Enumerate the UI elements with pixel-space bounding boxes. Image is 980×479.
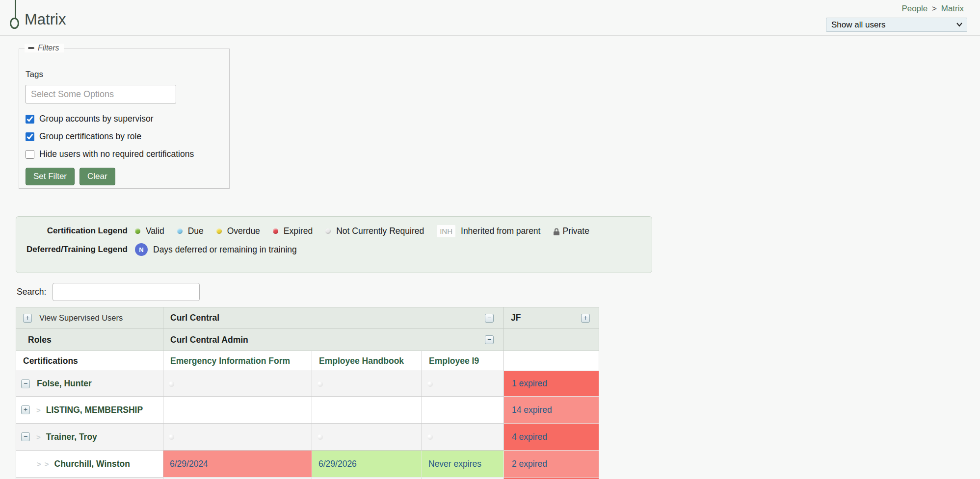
breadcrumb-separator: >: [932, 4, 937, 13]
checkbox-group-by-supervisor[interactable]: Group accounts by supervisor: [26, 114, 229, 124]
breadcrumb-people-link[interactable]: People: [901, 4, 927, 13]
legend-item-label: Valid: [146, 226, 164, 236]
collapse-dash-icon: [28, 47, 34, 49]
table-header-row-certifications: Certifications Emergency Information For…: [16, 351, 599, 371]
checkbox-group-by-role[interactable]: Group certifications by role: [26, 131, 229, 142]
decorative-circle-icon: [10, 18, 19, 29]
checkbox-hide-no-required[interactable]: Hide users with no required certificatio…: [26, 149, 229, 159]
view-supervised-users-label: View Supervised Users: [39, 313, 123, 323]
checkbox-label: Group certifications by role: [39, 131, 141, 142]
not-required-dot-icon: [318, 434, 323, 440]
deferred-legend-label: Deferred/Training Legend: [16, 245, 135, 254]
legend-panel: Certification Legend Valid Due Overdue E…: [16, 216, 652, 273]
not-required-dot-icon: [318, 381, 323, 387]
summary-expired-cell[interactable]: 2 expired: [504, 459, 599, 469]
group-by-role-checkbox[interactable]: [26, 132, 34, 141]
cert-date-cell[interactable]: 6/29/2026: [312, 459, 422, 469]
legend-item-expired: Expired: [273, 226, 313, 236]
search-label: Search:: [17, 287, 46, 297]
user-name-link[interactable]: Trainer, Troy: [46, 432, 97, 442]
user-name-link[interactable]: Churchill, Winston: [54, 459, 130, 469]
table-row-trainer-troy: − > Trainer, Troy 4 expired: [16, 424, 599, 451]
table-header-row-roles: Roles Curl Central Admin −: [16, 329, 599, 351]
not-required-dot-icon: [169, 434, 174, 440]
overdue-dot-icon: [216, 228, 222, 234]
checkbox-label: Hide users with no required certificatio…: [39, 149, 194, 159]
collapse-organization-icon[interactable]: −: [485, 314, 494, 323]
cert-column-employee-i9[interactable]: Employee I9: [422, 356, 503, 366]
legend-item-due: Due: [177, 226, 204, 236]
cert-column-employee-handbook[interactable]: Employee Handbook: [312, 356, 422, 366]
table-header-row-org: + View Supervised Users Curl Central − J…: [16, 307, 599, 329]
tags-label: Tags: [26, 70, 229, 79]
valid-dot-icon: [135, 228, 140, 234]
certification-matrix-table: + View Supervised Users Curl Central − J…: [16, 307, 599, 479]
certifications-label: Certifications: [23, 356, 78, 366]
search-row: Search:: [17, 283, 980, 301]
legend-item-deferred: N Days deferred or remaining in training: [135, 243, 297, 256]
collapse-row-icon[interactable]: −: [21, 432, 30, 441]
user-scope-select[interactable]: Show all users: [826, 18, 967, 32]
user-scope-select-wrap: Show all users: [826, 18, 967, 32]
legend-item-inherited: INH Inherited from parent: [437, 225, 540, 237]
legend-item-label: Private: [562, 226, 589, 236]
not-required-dot-icon: [427, 381, 433, 387]
tree-chevron-icon: >: [36, 433, 41, 441]
due-dot-icon: [177, 228, 183, 234]
expand-row-icon[interactable]: +: [21, 405, 30, 414]
legend-item-valid: Valid: [135, 226, 164, 236]
tree-chevron-icon: >: [45, 460, 49, 468]
tree-chevron-icon: >: [36, 406, 41, 414]
lock-icon: [553, 228, 560, 236]
legend-item-overdue: Overdue: [216, 226, 260, 236]
legend-item-label: Not Currently Required: [336, 226, 424, 236]
set-filter-button[interactable]: Set Filter: [26, 168, 75, 185]
expand-group-icon[interactable]: +: [581, 314, 590, 323]
decorative-line: [15, 0, 16, 19]
filters-panel: Filters Tags Group accounts by superviso…: [19, 49, 230, 189]
not-required-dot-icon: [325, 228, 331, 234]
group-by-supervisor-checkbox[interactable]: [26, 115, 34, 124]
table-row-churchill-winston: > > Churchill, Winston 6/29/2024 6/29/20…: [16, 451, 599, 478]
search-input[interactable]: [53, 283, 200, 301]
tags-input[interactable]: [26, 85, 176, 103]
user-name-link[interactable]: LISTING, MEMBERSHIP: [46, 405, 143, 415]
legend-item-label: Inherited from parent: [461, 226, 540, 236]
legend-item-label: Due: [188, 226, 204, 236]
legend-item-not-required: Not Currently Required: [325, 226, 424, 236]
hide-no-required-checkbox[interactable]: [26, 150, 34, 159]
user-name-link[interactable]: Folse, Hunter: [37, 378, 92, 389]
summary-expired-cell[interactable]: 1 expired: [504, 378, 599, 389]
table-row-folse-hunter: − Folse, Hunter 1 expired: [16, 371, 599, 397]
cert-date-cell[interactable]: 6/29/2024: [163, 459, 312, 469]
breadcrumb-matrix[interactable]: Matrix: [941, 4, 964, 13]
organization-header: Curl Central: [170, 313, 219, 323]
collapse-row-icon[interactable]: −: [21, 379, 30, 388]
not-required-dot-icon: [427, 434, 433, 440]
group-header: JF: [511, 313, 521, 323]
table-row-listing-membership: + > LISTING, MEMBERSHIP 14 expired: [16, 397, 599, 424]
collapse-role-icon[interactable]: −: [485, 335, 494, 344]
role-name-header: Curl Central Admin: [170, 335, 248, 345]
tree-chevron-icon: >: [37, 460, 41, 468]
table-row-partial: [16, 478, 599, 479]
roles-label: Roles: [28, 335, 52, 345]
filters-legend[interactable]: Filters: [25, 44, 64, 52]
legend-item-label: Expired: [284, 226, 313, 236]
inh-badge: INH: [437, 225, 455, 237]
not-required-dot-icon: [169, 381, 174, 387]
page-header: Matrix People > Matrix Show all users: [0, 0, 980, 36]
cert-date-cell[interactable]: Never expires: [422, 459, 503, 469]
expand-supervised-icon[interactable]: +: [23, 314, 32, 323]
n-badge-icon: N: [135, 243, 148, 256]
checkbox-label: Group accounts by supervisor: [39, 114, 153, 124]
filters-legend-label: Filters: [38, 44, 59, 52]
certification-legend-label: Certification Legend: [16, 226, 135, 236]
summary-expired-cell[interactable]: 4 expired: [504, 432, 599, 442]
summary-expired-cell[interactable]: 14 expired: [504, 405, 599, 415]
expired-dot-icon: [273, 228, 278, 234]
legend-item-label: Days deferred or remaining in training: [153, 245, 297, 255]
legend-item-private: Private: [553, 226, 589, 236]
cert-column-emergency-form[interactable]: Emergency Information Form: [163, 356, 312, 366]
clear-button[interactable]: Clear: [79, 168, 115, 185]
